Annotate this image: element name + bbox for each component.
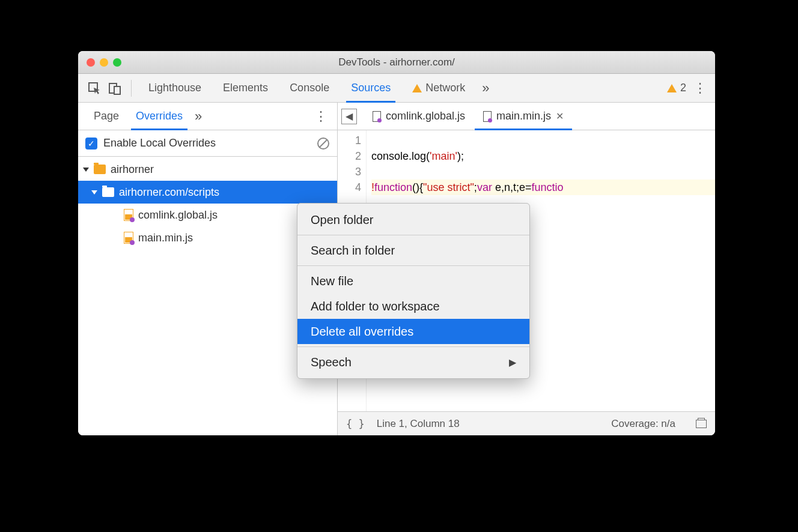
maximize-button[interactable] <box>113 58 121 67</box>
main-tabs: Lighthouse Elements Console Sources Netw… <box>78 74 715 103</box>
cm-add-folder-workspace[interactable]: Add folder to workspace <box>297 294 529 319</box>
separator <box>297 235 529 235</box>
sub-tab-page[interactable]: Page <box>85 103 127 130</box>
toggle-navigator-icon[interactable]: ◀ <box>341 109 357 124</box>
tree-folder-root[interactable]: airhorner <box>78 158 337 181</box>
tab-network[interactable]: Network <box>401 74 476 103</box>
popout-icon[interactable] <box>696 420 707 428</box>
editor-tabs: ◀ comlink.global.js main.min.js ✕ <box>338 103 715 130</box>
file-icon <box>124 209 133 221</box>
folder-icon <box>94 165 106 174</box>
tab-console[interactable]: Console <box>279 74 340 103</box>
warning-icon <box>412 84 422 92</box>
navigator-sub-tabs: Page Overrides » ⋮ <box>78 103 337 130</box>
traffic-lights <box>87 58 121 67</box>
svg-line-4 <box>320 140 327 147</box>
submenu-arrow-icon: ▶ <box>509 357 516 368</box>
navigator-menu-button[interactable]: ⋮ <box>312 109 330 124</box>
close-tab-icon[interactable]: ✕ <box>556 110 564 122</box>
cm-new-file[interactable]: New file <box>297 268 529 294</box>
device-toggle-icon[interactable] <box>105 78 125 98</box>
tab-lighthouse[interactable]: Lighthouse <box>138 74 212 103</box>
inspect-icon[interactable] <box>84 78 105 98</box>
enable-overrides-checkbox[interactable]: ✓ <box>85 138 97 150</box>
enable-overrides-row: ✓ Enable Local Overrides <box>78 130 337 157</box>
close-button[interactable] <box>87 58 95 67</box>
coverage-label: Coverage: n/a <box>611 418 675 430</box>
context-menu: Open folder Search in folder New file Ad… <box>297 203 530 379</box>
file-icon <box>124 232 133 244</box>
more-sub-tabs-button[interactable]: » <box>191 109 206 124</box>
cm-search-in-folder[interactable]: Search in folder <box>297 238 529 263</box>
cursor-position: Line 1, Column 18 <box>377 418 460 430</box>
pretty-print-button[interactable]: { } <box>346 418 365 430</box>
chevron-down-icon <box>91 190 97 195</box>
code-line: console.log('main'); <box>371 150 464 162</box>
settings-menu-button[interactable]: ⋮ <box>691 80 709 96</box>
editor-tab[interactable]: main.min.js ✕ <box>475 103 572 130</box>
more-tabs-button[interactable]: » <box>476 80 495 96</box>
sub-tab-overrides[interactable]: Overrides <box>127 103 191 130</box>
cm-open-folder[interactable]: Open folder <box>297 207 529 232</box>
svg-rect-2 <box>114 86 120 94</box>
tree-folder-scripts[interactable]: airhorner.com/scripts <box>78 181 337 204</box>
file-icon <box>373 111 381 122</box>
cm-speech[interactable]: Speech ▶ <box>297 349 529 375</box>
folder-icon <box>102 187 114 197</box>
tab-sources[interactable]: Sources <box>340 74 401 103</box>
chevron-down-icon <box>83 168 89 172</box>
separator <box>297 346 529 347</box>
minimize-button[interactable] <box>100 58 108 67</box>
code-line: !function(){"use strict";var e,n,t;e=fun… <box>371 180 715 195</box>
cm-delete-all-overrides[interactable]: Delete all overrides <box>297 319 529 344</box>
titlebar: DevTools - airhorner.com/ <box>78 51 715 74</box>
enable-overrides-label: Enable Local Overrides <box>103 137 216 150</box>
warning-icon <box>667 84 677 92</box>
tab-elements[interactable]: Elements <box>212 74 279 103</box>
file-icon <box>483 111 492 122</box>
separator <box>297 265 529 266</box>
window-title: DevTools - airhorner.com/ <box>78 56 715 68</box>
editor-tab[interactable]: comlink.global.js <box>364 103 474 130</box>
warnings-indicator[interactable]: 2 <box>662 74 691 103</box>
clear-overrides-icon[interactable] <box>317 137 330 150</box>
editor-statusbar: { } Line 1, Column 18 Coverage: n/a <box>338 411 715 435</box>
